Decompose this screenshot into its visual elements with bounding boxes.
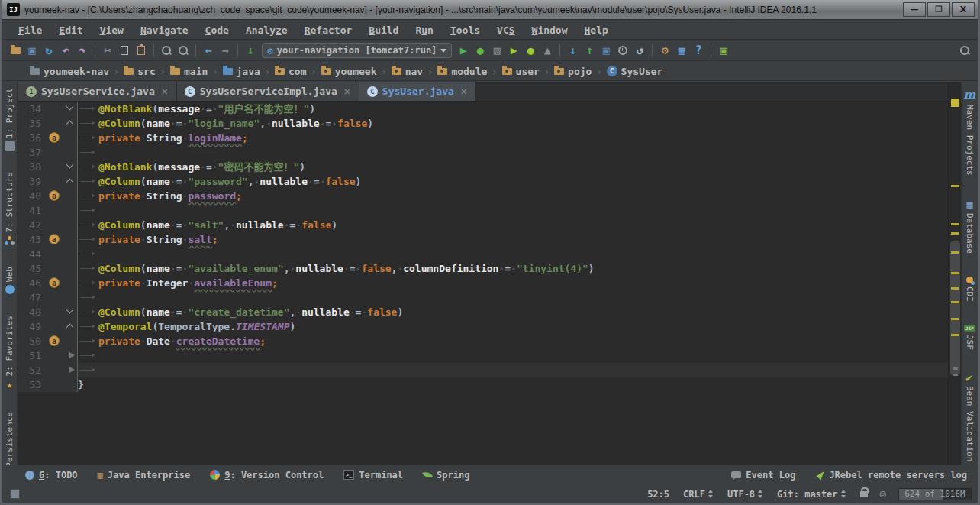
menu-navigate[interactable]: Navigate — [132, 22, 197, 38]
code-line-37[interactable]: 37 — [18, 145, 948, 160]
find-icon[interactable] — [158, 43, 175, 59]
tool-button-cdi[interactable]: CDI — [965, 277, 975, 302]
annotation-gutter-icon[interactable]: a — [49, 277, 60, 288]
code-text[interactable]: private·String·salt; — [78, 232, 948, 247]
annotation-gutter-icon[interactable]: a — [49, 190, 60, 201]
run-jrebel-icon[interactable]: ▶ — [505, 43, 522, 59]
tab-SysUserServiceImpl.java[interactable]: CSysUserServiceImpl.java× — [177, 82, 359, 101]
run-coverage-icon[interactable]: ▨ — [488, 43, 505, 59]
open-task-icon[interactable]: ▣ — [598, 43, 614, 59]
warning-stripe-mark[interactable] — [951, 334, 959, 336]
code-text[interactable] — [78, 203, 948, 218]
code-line-42[interactable]: 42@Column(name·=·"salt",·nullable·=·fals… — [18, 218, 948, 232]
menu-edit[interactable]: Edit — [50, 22, 91, 38]
fold-start-icon[interactable] — [66, 306, 74, 314]
forward-icon[interactable]: → — [217, 43, 234, 59]
code-line-41[interactable]: 41 — [18, 203, 948, 218]
fold-start-icon[interactable] — [66, 103, 74, 111]
search-everywhere-icon[interactable] — [956, 43, 973, 59]
rollback-icon[interactable]: ↺ — [631, 43, 648, 59]
sort-lines-icon[interactable]: ↓ — [242, 43, 259, 59]
code-line-53[interactable]: 53} — [18, 377, 948, 392]
code-text[interactable]: @Column(name·=·"password",·nullable·=·fa… — [78, 174, 948, 189]
code-line-48[interactable]: 48@Column(name·=·"create_datetime",·null… — [18, 305, 948, 319]
fold-end-icon[interactable] — [66, 179, 74, 186]
menu-vcs[interactable]: VCS — [488, 22, 523, 38]
menu-code[interactable]: Code — [197, 22, 237, 38]
code-line-43[interactable]: 43aprivate·String·salt; — [18, 232, 948, 247]
code-line-46[interactable]: 46aprivate·Integer·availableEnum; — [18, 276, 948, 290]
line-separator-widget[interactable]: CRLF — [683, 489, 714, 500]
local-history-icon[interactable] — [614, 43, 631, 59]
tool-button-web[interactable]: Web — [5, 267, 15, 294]
debug-jrebel-icon[interactable]: ● — [522, 43, 539, 59]
toolwindow-button-terminal[interactable]: >_Terminal — [343, 470, 403, 481]
close-icon[interactable]: × — [161, 86, 169, 97]
code-line-49[interactable]: 49@Temporal(TemporalType.TIMESTAMP) — [18, 319, 948, 334]
fold-start-icon[interactable] — [66, 161, 74, 169]
vcs-update-icon[interactable]: ↓ — [564, 43, 581, 59]
close-icon[interactable]: × — [460, 86, 468, 97]
code-line-40[interactable]: 40aprivate·String·password; — [18, 189, 948, 203]
breadcrumb-item-module[interactable]: module — [437, 66, 487, 77]
code-line-36[interactable]: 36aprivate·String·loginName; — [18, 131, 948, 145]
code-text[interactable]: private·String·loginName; — [78, 131, 948, 145]
project-structure-icon[interactable]: ▦ — [673, 43, 690, 59]
tool-button-1-project[interactable]: 1: Project — [5, 88, 15, 151]
breadcrumb-item-src[interactable]: src — [124, 66, 155, 77]
breadcrumb-item-SysUser[interactable]: CSysUser — [607, 66, 663, 77]
jrebel-disabled-icon[interactable]: ▲ — [539, 43, 556, 59]
code-line-51[interactable]: 51 — [18, 348, 948, 363]
fold-end-icon[interactable] — [66, 121, 74, 128]
code-line-38[interactable]: 38@NotBlank(message·=·"密码不能为空！") — [18, 160, 948, 174]
warning-stripe-mark[interactable] — [951, 318, 959, 320]
code-text[interactable] — [78, 363, 948, 377]
warning-stripe-mark[interactable] — [951, 301, 959, 303]
code-line-39[interactable]: 39@Column(name·=·"password",·nullable·=·… — [18, 174, 948, 189]
annotation-gutter-icon[interactable]: a — [49, 234, 60, 244]
toolwindow-toggle-icon[interactable] — [10, 489, 20, 499]
code-line-44[interactable]: 44 — [18, 247, 948, 261]
encoding-widget[interactable]: UTF-8 — [727, 489, 763, 500]
toolwindow-button-java-enterprise[interactable]: ▦Java Enterprise — [98, 470, 191, 481]
editor-scrollbar[interactable] — [948, 82, 961, 465]
code-line-45[interactable]: 45@Column(name·=·"available_enum",·nulla… — [18, 261, 948, 276]
menu-tools[interactable]: Tools — [442, 22, 488, 38]
memory-indicator[interactable]: 624 of 1016M — [898, 488, 972, 500]
jrebel-save-icon[interactable]: ▣ — [715, 43, 732, 59]
close-button[interactable]: X — [952, 2, 975, 17]
tool-button-bean-validation[interactable]: ✔Bean Validation — [965, 372, 975, 461]
help-icon[interactable]: ? — [690, 43, 707, 59]
debug-icon[interactable]: ● — [472, 43, 488, 59]
code-text[interactable]: private·Date·createDatetime; — [78, 334, 948, 348]
warning-stripe-mark[interactable] — [951, 232, 959, 235]
vcs-branch-widget[interactable]: Git: master — [777, 489, 846, 500]
code-text[interactable]: @Column(name·=·"available_enum",·nullabl… — [78, 261, 948, 276]
readonly-lock-icon[interactable] — [860, 491, 868, 497]
tab-SysUserService.java[interactable]: ISysUserService.java× — [18, 82, 177, 101]
breadcrumb-item-nav[interactable]: nav — [392, 66, 423, 77]
minimize-button[interactable]: — — [903, 2, 926, 17]
toolwindow-button-spring[interactable]: Spring — [423, 470, 469, 481]
code-text[interactable]: @Column(name·=·"salt",·nullable·=·false) — [78, 218, 948, 232]
code-text[interactable] — [78, 145, 948, 160]
code-text[interactable]: @Column(name·=·"login_name",·nullable·=·… — [78, 116, 948, 131]
warning-stripe-mark[interactable] — [951, 223, 959, 225]
menu-help[interactable]: Help — [576, 22, 617, 38]
back-icon[interactable]: ← — [200, 43, 217, 59]
toolwindow-button-event-log[interactable]: Event Log — [731, 470, 795, 481]
breadcrumb-item-java[interactable]: java — [223, 66, 260, 77]
tool-button-7-structure[interactable]: 7: Structure — [5, 172, 15, 244]
warning-stripe-mark[interactable] — [951, 251, 959, 254]
replace-icon[interactable] — [175, 43, 192, 59]
code-text[interactable]: } — [78, 377, 948, 392]
save-all-icon[interactable]: ▣ — [24, 43, 40, 59]
menu-window[interactable]: Window — [524, 22, 576, 38]
code-text[interactable]: @Column(name·=·"create_datetime",·nullab… — [78, 305, 948, 319]
code-text[interactable] — [78, 247, 948, 261]
code-line-35[interactable]: 35@Column(name·=·"login_name",·nullable·… — [18, 116, 948, 131]
redo-icon[interactable]: ↷ — [74, 43, 91, 59]
code-line-34[interactable]: 34@NotBlank(message·=·"用户名不能为空！") — [18, 102, 948, 116]
code-text[interactable] — [78, 290, 948, 305]
settings-icon[interactable]: ⚙ — [656, 43, 673, 59]
